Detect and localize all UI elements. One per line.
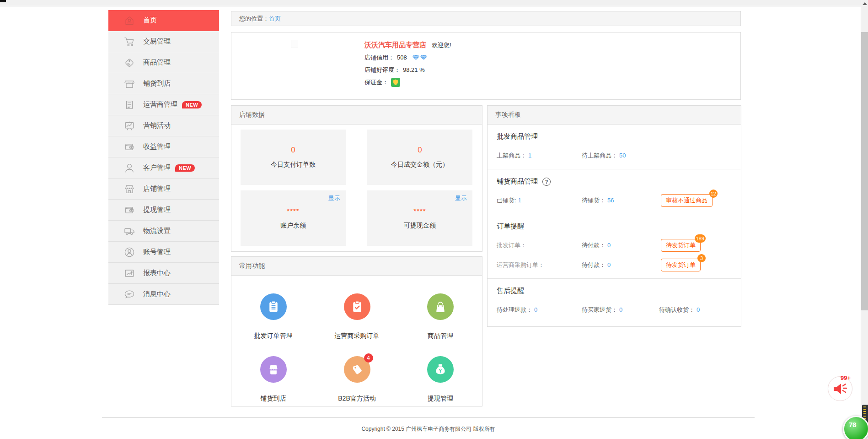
sidebar-item-revenue[interactable]: 收益管理 <box>108 136 219 157</box>
store-info-panel: 沃沃汽车用品专营店 欢迎您! 店铺信用： 508 店铺好评度： 98.21 % … <box>231 32 741 100</box>
scrollbar-thumb[interactable] <box>861 32 868 310</box>
quick-function-label: 商品管理 <box>428 332 453 340</box>
orange-action-button[interactable]: 待发货订单3 <box>661 259 701 271</box>
report-icon <box>123 267 136 280</box>
quick-function-1[interactable]: 运营商采购订单 <box>315 288 399 351</box>
quick-function-4[interactable]: 4B2B官方活动 <box>315 351 399 413</box>
storefront-icon <box>123 77 136 90</box>
clipboard-icon <box>260 293 287 320</box>
sidebar-item-label: 消息中心 <box>143 290 171 298</box>
board-button-wrap: 待发货订单3 <box>661 259 701 271</box>
board-row: 待处理退款：0待买家退货：0待确认收货：0 <box>488 305 741 315</box>
quick-function-label: 提现管理 <box>428 395 453 403</box>
show-amount-link[interactable]: 显示 <box>328 194 340 202</box>
sidebar-item-label: 交易管理 <box>143 37 171 46</box>
quick-function-label: 运营商采购订单 <box>335 332 380 340</box>
cell-value-link[interactable]: 0 <box>619 306 622 313</box>
notification-count-badge: 99+ <box>841 374 851 381</box>
board-cell: 待付款：0 <box>582 241 659 249</box>
cell-value-link[interactable]: 0 <box>697 306 700 313</box>
show-amount-link[interactable]: 显示 <box>455 194 467 202</box>
quick-function-5[interactable]: ¥提现管理 <box>399 351 482 413</box>
page-scrollbar[interactable] <box>861 0 868 439</box>
board-header: 事项看板 <box>488 106 741 125</box>
sidebar-item-home[interactable]: 首页 <box>108 10 219 31</box>
scrollbar-up-arrow-icon[interactable] <box>863 2 867 5</box>
sidebar-item-withdraw[interactable]: 提现管理 <box>108 200 219 221</box>
speed-widget-button[interactable]: 78 <box>843 416 868 439</box>
cell-label: 待处理退款： <box>497 306 532 313</box>
shop-data-title: 店铺数据 <box>239 111 265 119</box>
sidebar-item-customer[interactable]: 客户管理NEW <box>108 157 219 179</box>
sidebar-item-goods[interactable]: 商品管理 <box>108 52 219 73</box>
new-badge: NEW <box>182 101 202 108</box>
cell-value-link[interactable]: 0 <box>607 261 611 268</box>
board-cell: 运营商采购订单： <box>497 261 582 269</box>
board-title: 事项看板 <box>495 111 521 119</box>
stat-label: 账户余额 <box>280 222 306 230</box>
sidebar-item-account[interactable]: 账号管理 <box>108 242 219 263</box>
board-button-wrap: 待发货订单189 <box>661 239 701 252</box>
orange-action-button[interactable]: 待发货订单189 <box>661 239 701 252</box>
quick-function-0[interactable]: 批发订单管理 <box>231 288 315 351</box>
quick-functions-header: 常用功能 <box>231 257 482 276</box>
sidebar-item-label: 报表中心 <box>143 269 171 277</box>
footer-copyright: Copyright © 2015 广州枫车电子商务有限公司 版权所有 <box>102 425 755 433</box>
help-icon[interactable]: ? <box>542 178 551 186</box>
person-icon <box>123 162 136 174</box>
sidebar-item-label: 铺货到店 <box>143 79 171 88</box>
svg-text:¥: ¥ <box>439 368 442 374</box>
cell-value-link[interactable]: 0 <box>607 242 611 249</box>
rating-value: 98.21 % <box>403 66 425 73</box>
sidebar-item-distribute[interactable]: 铺货到店 <box>108 73 219 94</box>
board-button-wrap: 审核不通过商品12 <box>661 194 713 207</box>
cell-value-link[interactable]: 50 <box>619 152 626 159</box>
cell-value-link[interactable]: 0 <box>534 306 537 313</box>
stat-card-0: 0今日支付订单数 <box>241 130 346 185</box>
stat-value: **** <box>413 206 426 216</box>
sidebar-item-label: 提现管理 <box>143 206 171 214</box>
cell-label: 待付款： <box>582 242 605 249</box>
board-cell: 待铺货：56 <box>582 196 659 205</box>
top-strip <box>0 0 868 6</box>
sidebar-item-shop[interactable]: 店铺管理 <box>108 179 219 200</box>
sidebar-item-message[interactable]: 消息中心 <box>108 284 219 305</box>
shop-data-header: 店铺数据 <box>231 106 482 125</box>
sidebar-item-marketing[interactable]: 营销活动 <box>108 115 219 136</box>
stat-cards: 0今日支付订单数0今日成交金额（元）显示****账户余额显示****可提现金额 <box>241 130 474 246</box>
cell-label: 运营商采购订单： <box>497 261 544 268</box>
cell-value-link[interactable]: 56 <box>607 197 614 204</box>
quick-function-2[interactable]: 商品管理 <box>399 288 482 351</box>
board-row: 运营商采购订单：待付款：0待发货订单3 <box>488 260 741 270</box>
cell-label: 已铺货: <box>497 197 516 204</box>
store-name: 沃沃汽车用品专营店 <box>364 41 426 49</box>
credit-diamond-icons <box>413 54 427 60</box>
cell-value-link[interactable]: 1 <box>518 197 521 204</box>
stat-card-1: 0今日成交金额（元） <box>367 130 472 185</box>
money-bag-icon: ¥ <box>427 356 454 383</box>
sidebar-item-trade[interactable]: 交易管理 <box>108 31 219 52</box>
cell-value-link[interactable]: 1 <box>528 152 531 159</box>
board-icon <box>123 119 136 132</box>
cell-label: 批发订单： <box>497 242 526 249</box>
sidebar-item-operator[interactable]: 运营商管理NEW <box>108 94 219 115</box>
breadcrumb-home-link[interactable]: 首页 <box>269 15 281 23</box>
message-icon <box>123 288 136 301</box>
board-cell: 已铺货:1 <box>497 196 582 205</box>
rating-label: 店铺好评度： <box>364 66 400 74</box>
sidebar-item-logistics[interactable]: 物流设置 <box>108 221 219 242</box>
welcome-text: 欢迎您! <box>432 41 451 49</box>
store-logo-placeholder <box>291 40 298 48</box>
truck-icon <box>123 225 136 238</box>
sidebar-nav: 首页交易管理商品管理铺货到店运营商管理NEW营销活动收益管理客户管理NEW店铺管… <box>108 10 219 305</box>
quick-function-label: 铺货到店 <box>261 395 286 403</box>
quick-functions-panel: 常用功能 批发订单管理运营商采购订单商品管理铺货到店4B2B官方活动¥提现管理 <box>231 256 482 406</box>
quick-function-3[interactable]: 铺货到店 <box>231 351 315 413</box>
sidebar-item-label: 客户管理 <box>143 163 171 172</box>
sidebar-item-report[interactable]: 报表中心 <box>108 263 219 284</box>
board-panel: 事项看板 批发商品管理上架商品：1待上架商品：50铺货商品管理?已铺货:1待铺货… <box>487 105 741 327</box>
stat-label: 今日支付订单数 <box>271 161 316 169</box>
orange-action-button[interactable]: 审核不通过商品12 <box>661 194 713 207</box>
cell-label: 待买家退货： <box>582 306 617 313</box>
cell-label: 待付款： <box>582 261 605 268</box>
